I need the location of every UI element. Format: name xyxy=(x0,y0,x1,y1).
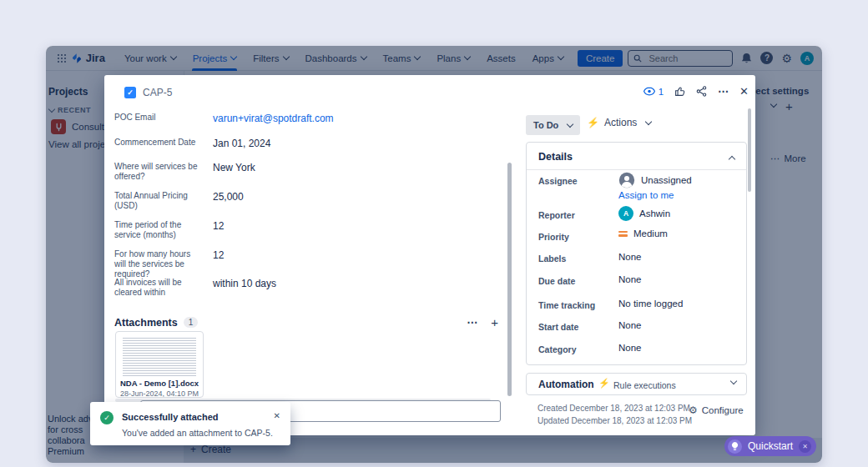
field-value-annual-pricing[interactable]: 25,000 xyxy=(213,191,244,203)
field-label: Commencement Date xyxy=(114,138,198,148)
field-value-invoice-terms[interactable]: within 10 days xyxy=(213,278,276,289)
modal-header: ✓ CAP-5 1 ⋯ ✕ xyxy=(104,75,755,112)
attachments-add-button[interactable]: + xyxy=(491,315,498,329)
watchers-count: 1 xyxy=(659,87,664,97)
labels-label: Labels xyxy=(538,254,566,264)
configure-button[interactable]: ⚙ Configure xyxy=(689,405,744,415)
right-column-scrollbar[interactable] xyxy=(748,108,751,192)
reporter-label: Reporter xyxy=(538,210,575,220)
time-tracking-label: Time tracking xyxy=(538,300,595,310)
field-label: For how many hours will the services be … xyxy=(114,249,198,279)
gear-icon: ⚙ xyxy=(689,405,698,415)
success-toast: ✓ Successfully attached You've added an … xyxy=(90,402,290,445)
start-date-label: Start date xyxy=(538,322,578,332)
reporter-value[interactable]: A Ashwin xyxy=(618,206,670,221)
time-tracking-value[interactable]: No time logged xyxy=(618,299,683,309)
like-button[interactable] xyxy=(674,86,685,97)
field-value-services-location[interactable]: New York xyxy=(213,162,255,173)
attachment-file-name: NDA - Demo [1].docx xyxy=(120,379,201,388)
close-modal-button[interactable]: ✕ xyxy=(739,85,749,98)
divider xyxy=(527,169,746,170)
assignee-label: Assignee xyxy=(538,176,578,186)
assignee-value[interactable]: Unassigned xyxy=(618,172,692,188)
share-icon xyxy=(696,86,707,97)
lightning-icon: ⚡ xyxy=(587,117,599,128)
issue-modal: ✓ CAP-5 1 ⋯ ✕ xyxy=(104,75,755,435)
status-dropdown[interactable]: To Do xyxy=(526,115,580,135)
field-label: Total Annual Pricing (USD) xyxy=(114,191,198,211)
priority-value[interactable]: Medium xyxy=(618,228,668,239)
actions-dropdown[interactable]: ⚡ Actions xyxy=(587,117,651,128)
eye-icon xyxy=(643,87,655,96)
field-value-hours-required[interactable]: 12 xyxy=(213,249,224,261)
labels-value[interactable]: None xyxy=(618,252,642,262)
priority-medium-icon xyxy=(618,229,628,239)
task-type-icon: ✓ xyxy=(124,87,136,98)
chevron-down-icon xyxy=(567,120,573,127)
priority-label: Priority xyxy=(538,232,569,242)
field-label: POC Email xyxy=(114,113,198,123)
share-button[interactable] xyxy=(696,86,707,97)
quickstart-close-button[interactable]: ✕ xyxy=(799,440,811,453)
due-date-value[interactable]: None xyxy=(618,274,642,284)
attachment-thumbnail xyxy=(123,336,196,376)
unassigned-avatar-icon xyxy=(618,172,635,188)
attachment-file-date: 28-Jun-2024, 04:10 PM xyxy=(120,389,199,398)
field-value-time-period[interactable]: 12 xyxy=(213,220,224,232)
updated-timestamp: Updated December 18, 2023 at 12:03 PM xyxy=(537,416,692,425)
field-label: Time period of the service (months) xyxy=(114,220,198,240)
app-window: Jira Your work Projects Filters Dashboar… xyxy=(46,46,822,463)
toast-title: Successfully attached xyxy=(122,412,219,422)
category-value[interactable]: None xyxy=(618,343,642,353)
thumbs-up-icon xyxy=(674,86,685,97)
lightbulb-icon xyxy=(728,439,742,454)
automation-subtitle: Rule executions xyxy=(613,380,676,390)
details-title: Details xyxy=(538,151,573,163)
assign-to-me-link[interactable]: Assign to me xyxy=(618,190,674,200)
category-label: Category xyxy=(538,344,577,354)
reporter-avatar: A xyxy=(618,206,633,221)
attachments-count-badge: 1 xyxy=(184,317,199,328)
chevron-down-icon xyxy=(730,378,737,384)
due-date-label: Due date xyxy=(538,276,575,286)
success-check-icon: ✓ xyxy=(100,411,114,424)
field-value-poc-email[interactable]: varun+virat@spotdraft.com xyxy=(213,113,334,124)
start-date-value[interactable]: None xyxy=(618,320,642,330)
issue-key[interactable]: CAP-5 xyxy=(143,87,172,98)
watchers-button[interactable]: 1 xyxy=(643,87,664,97)
attachment-card[interactable]: NDA - Demo [1].docx 28-Jun-2024, 04:10 P… xyxy=(115,331,204,398)
attachments-more-button[interactable]: ⋯ xyxy=(467,316,477,329)
left-column-scrollbar[interactable] xyxy=(507,163,512,396)
attachments-title: Attachments xyxy=(114,317,178,329)
field-label: Where will services be offered? xyxy=(114,162,198,182)
more-actions-button[interactable]: ⋯ xyxy=(718,85,729,98)
chevron-up-icon[interactable] xyxy=(729,156,735,163)
automation-title: Automation xyxy=(538,379,594,390)
toast-message: You've added an attachment to CAP-5. xyxy=(122,428,273,438)
quickstart-button[interactable]: Quickstart ✕ xyxy=(724,436,816,456)
chevron-down-icon xyxy=(645,118,652,124)
automation-panel[interactable]: Automation ⚡ Rule executions xyxy=(526,373,747,395)
created-timestamp: Created December 18, 2023 at 12:03 PM xyxy=(537,404,690,413)
field-label: All invoices will be cleared within xyxy=(114,278,198,298)
issue-breadcrumb[interactable]: ✓ CAP-5 xyxy=(124,87,172,98)
toast-close-button[interactable]: ✕ xyxy=(274,411,280,420)
field-value-commencement-date[interactable]: Jan 01, 2024 xyxy=(213,138,270,149)
details-panel: Details Assignee Unassigned Assign to me… xyxy=(526,142,747,365)
screen: Jira Your work Projects Filters Dashboar… xyxy=(0,0,868,467)
automation-lightning-icon: ⚡ xyxy=(598,378,610,389)
quickstart-label: Quickstart xyxy=(748,440,793,452)
